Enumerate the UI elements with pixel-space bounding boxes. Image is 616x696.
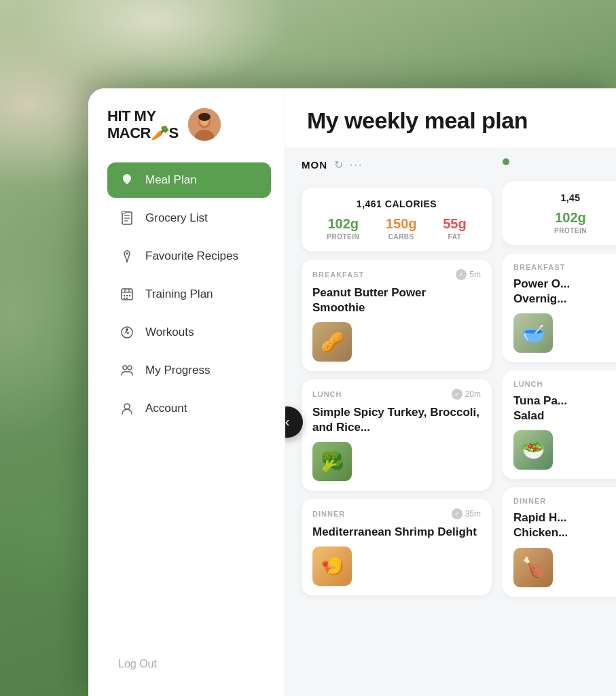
meal-card-dinner-mon[interactable]: DINNER ✓ 35m Mediterranean Shrimp Deligh…	[302, 499, 492, 595]
carbs-value: 150g	[386, 216, 417, 232]
logo-line1: HIT MY	[107, 107, 156, 124]
sidebar: HIT MY MACR🥕S	[88, 88, 285, 696]
logo-carrot: 🥕	[151, 124, 169, 141]
meal-type-dinner-tue: DINNER	[513, 497, 546, 505]
protein-label: PROTEIN	[327, 233, 359, 241]
logout-button[interactable]: Log Out	[107, 651, 271, 677]
time-check-icon: ✓	[456, 269, 467, 280]
meal-name-breakfast: Peanut Butter Power Smoothie	[312, 285, 481, 315]
protein-value-tue: 102g	[554, 210, 587, 226]
refresh-icon[interactable]: ↻	[334, 158, 343, 171]
protein-macro: 102g PROTEIN	[327, 216, 359, 241]
svg-point-19	[126, 297, 128, 298]
svg-point-22	[123, 366, 127, 370]
meal-thumb-dinner-tue: 🍗	[513, 548, 553, 587]
calorie-card-tue: 1,45 102g PROTEIN	[503, 181, 616, 245]
meal-type-dinner: DINNER	[312, 510, 345, 518]
account-label: Account	[145, 402, 187, 415]
day-column-mon: MON ↻ ··· 1,461 CALORIES 102g PROTEIN	[302, 147, 492, 696]
logo-text: HIT MY MACR🥕S	[107, 107, 179, 142]
svg-point-16	[126, 294, 128, 296]
grocery-list-label: Grocery List	[145, 211, 208, 225]
meal-thumb-breakfast-tue: 🥣	[513, 313, 553, 353]
sidebar-item-meal-plan[interactable]: Meal Plan	[107, 162, 271, 198]
logo-line2-start: MACR	[107, 124, 151, 141]
avatar[interactable]	[188, 108, 221, 141]
my-progress-icon	[118, 362, 136, 379]
meal-card-lunch-mon[interactable]: LUNCH ✓ 20m Simple Spicy Turkey, Broccol…	[302, 379, 492, 491]
svg-point-21	[126, 328, 128, 331]
account-icon	[118, 400, 136, 417]
main-content: My weekly meal plan ‹ MON ↻ ··· 1,461 CA…	[285, 88, 616, 696]
meal-name-dinner-tue: Rapid H...Chicken...	[513, 510, 616, 540]
meal-card-header: BREAKFAST ✓ 5m	[312, 269, 481, 280]
svg-point-10	[126, 252, 128, 254]
fat-macro: 55g FAT	[443, 216, 466, 241]
meal-card-breakfast-tue[interactable]: BREAKFAST Power O...Overnig... 🥣	[503, 254, 616, 362]
meal-time-dinner: ✓ 35m	[452, 508, 481, 519]
training-plan-label: Training Plan	[145, 288, 213, 301]
sidebar-item-grocery-list[interactable]: Grocery List	[107, 201, 271, 236]
meal-time-lunch: ✓ 20m	[452, 389, 481, 400]
my-progress-label: My Progress	[145, 364, 210, 377]
meal-thumb-lunch-tue: 🥗	[513, 430, 553, 470]
meal-plan-label: Meal Plan	[145, 173, 197, 187]
logo-area: HIT MY MACR🥕S	[107, 107, 271, 142]
grocery-list-icon	[118, 209, 136, 227]
svg-rect-9	[122, 211, 126, 213]
meal-thumb-breakfast: 🥜	[312, 322, 352, 362]
meal-thumb-lunch: 🥦	[312, 442, 352, 481]
workouts-icon	[118, 324, 136, 341]
protein-label-tue: PROTEIN	[554, 227, 587, 234]
sidebar-item-training-plan[interactable]: Training Plan	[107, 277, 271, 312]
svg-point-24	[124, 404, 130, 409]
training-plan-icon	[118, 285, 136, 303]
meal-type-breakfast: BREAKFAST	[312, 271, 364, 279]
day-header-mon: MON ↻ ···	[302, 147, 492, 179]
svg-point-4	[198, 113, 211, 121]
fat-value: 55g	[443, 216, 466, 232]
logo-line2-end: S	[169, 124, 179, 141]
day-label-mon: MON	[302, 159, 327, 171]
protein-macro-tue: 102g PROTEIN	[554, 210, 587, 234]
calorie-card-mon: 1,461 CALORIES 102g PROTEIN 150g CARBS	[302, 188, 492, 251]
meal-plan-icon	[118, 171, 136, 189]
meal-time-breakfast: ✓ 5m	[456, 269, 481, 280]
meal-card-dinner-tue[interactable]: DINNER Rapid H...Chicken... 🍗	[503, 487, 616, 596]
time-check-icon-dinner: ✓	[452, 508, 463, 519]
calorie-total-tue: 1,45	[515, 192, 616, 203]
fat-label: FAT	[443, 233, 466, 241]
time-check-icon-lunch: ✓	[452, 389, 463, 400]
more-icon[interactable]: ···	[350, 159, 363, 171]
page-title: My weekly meal plan	[307, 107, 528, 133]
protein-value: 102g	[327, 216, 359, 232]
meal-card-breakfast-mon[interactable]: BREAKFAST ✓ 5m Peanut Butter Power Smoot…	[302, 260, 492, 371]
sidebar-item-favourite-recipes[interactable]: Favourite Recipes	[107, 239, 271, 274]
main-header: My weekly meal plan	[285, 88, 616, 147]
workouts-label: Workouts	[145, 326, 194, 339]
meal-type-lunch-tue: LUNCH	[513, 380, 543, 388]
sidebar-item-workouts[interactable]: Workouts	[107, 315, 271, 350]
sidebar-nav: Meal Plan Grocery List	[107, 162, 271, 429]
meal-type-lunch: LUNCH	[312, 390, 342, 398]
macros-row: 102g PROTEIN 150g CARBS 55g FAT	[314, 216, 479, 241]
favourite-recipes-icon	[118, 247, 136, 265]
day-column-tue: 1,45 102g PROTEIN BREAKFAST	[503, 147, 616, 696]
meal-name-lunch-tue: Tuna Pa...Salad	[513, 394, 616, 423]
avatar-image	[188, 108, 221, 141]
svg-point-15	[124, 294, 125, 296]
sidebar-item-my-progress[interactable]: My Progress	[107, 353, 271, 388]
carbs-label: CARBS	[386, 233, 417, 241]
carbs-macro: 150g CARBS	[386, 216, 417, 241]
sidebar-item-account[interactable]: Account	[107, 391, 271, 426]
meal-card-lunch-tue[interactable]: LUNCH Tuna Pa...Salad 🥗	[503, 370, 616, 479]
svg-point-23	[128, 366, 132, 370]
meal-name-lunch: Simple Spicy Turkey, Broccoli, and Rice.…	[312, 405, 481, 435]
meal-name-breakfast-tue: Power O...Overnig...	[513, 277, 616, 307]
favourite-recipes-label: Favourite Recipes	[145, 249, 238, 263]
active-day-indicator	[503, 158, 509, 165]
meal-type-breakfast-tue: BREAKFAST	[513, 263, 565, 271]
svg-point-18	[124, 297, 125, 298]
meal-name-dinner: Mediterranean Shrimp Delight	[312, 525, 481, 540]
day-header-tue	[503, 147, 616, 173]
